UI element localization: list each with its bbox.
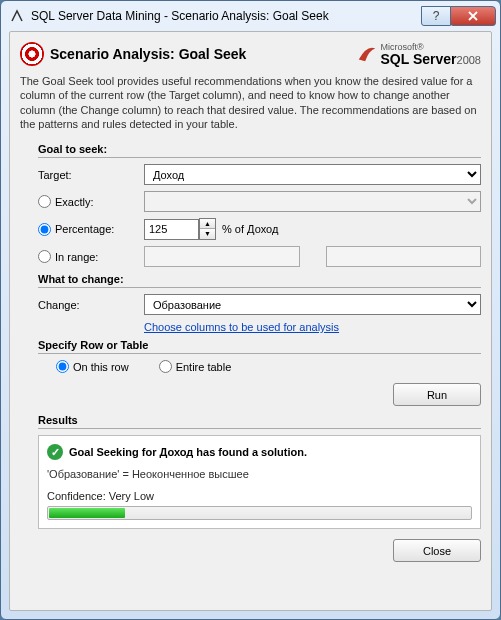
- dialog-content: Scenario Analysis: Goal Seek Microsoft® …: [9, 31, 492, 611]
- change-select[interactable]: Образование: [144, 294, 481, 315]
- change-section-label: What to change:: [38, 273, 481, 288]
- inrange-radio[interactable]: [38, 250, 51, 263]
- percentage-radio[interactable]: [38, 223, 51, 236]
- spinner-up[interactable]: ▲: [200, 219, 215, 229]
- change-label: Change:: [38, 299, 80, 311]
- success-icon: ✓: [47, 444, 63, 460]
- exactly-row: Exactly:: [38, 191, 481, 212]
- close-button[interactable]: Close: [393, 539, 481, 562]
- result-detail: 'Образование' = Неоконченное высшее: [47, 468, 472, 480]
- target-icon: [20, 42, 44, 66]
- page-title: Scenario Analysis: Goal Seek: [50, 46, 356, 62]
- percentage-label: Percentage:: [55, 223, 114, 235]
- results-section-label: Results: [38, 414, 481, 429]
- results-box: ✓ Goal Seeking for Доход has found a sol…: [38, 435, 481, 529]
- spinner-down[interactable]: ▼: [200, 229, 215, 239]
- percentage-row: Percentage: ▲ ▼ % of Доход: [38, 218, 481, 240]
- target-select[interactable]: Доход: [144, 164, 481, 185]
- result-header: ✓ Goal Seeking for Доход has found a sol…: [47, 444, 472, 460]
- confidence-fill: [49, 508, 125, 518]
- logo-text: Microsoft® SQL Server2008: [381, 43, 482, 66]
- run-row: Run: [20, 383, 481, 406]
- sql-server-logo: Microsoft® SQL Server2008: [356, 43, 482, 66]
- confidence-bar: [47, 506, 472, 520]
- range-from-input[interactable]: [144, 246, 300, 267]
- scope-section-label: Specify Row or Table: [38, 339, 481, 354]
- footer-row: Close: [20, 539, 481, 562]
- brand-year: 2008: [457, 54, 481, 66]
- entiretable-radio[interactable]: [159, 360, 172, 373]
- percentage-input[interactable]: [144, 219, 199, 240]
- percentage-suffix: % of Доход: [222, 223, 278, 235]
- target-label: Target:: [38, 169, 72, 181]
- inrange-row: In range:: [38, 246, 481, 267]
- exactly-label: Exactly:: [55, 196, 94, 208]
- goal-section-label: Goal to seek:: [38, 143, 481, 158]
- entiretable-label: Entire table: [176, 361, 232, 373]
- brand-main: SQL Server: [381, 51, 457, 67]
- window-buttons: ?: [422, 6, 496, 26]
- help-button[interactable]: ?: [421, 6, 451, 26]
- logo-icon: [356, 43, 378, 65]
- change-row: Change: Образование: [38, 294, 481, 315]
- confidence-label: Confidence: Very Low: [47, 490, 472, 502]
- window-title: SQL Server Data Mining - Scenario Analys…: [31, 9, 422, 23]
- result-summary: Goal Seeking for Доход has found a solut…: [69, 446, 307, 458]
- scope-row: On this row Entire table: [56, 360, 481, 373]
- choose-columns-link[interactable]: Choose columns to be used for analysis: [144, 321, 339, 333]
- run-button[interactable]: Run: [393, 383, 481, 406]
- thisrow-label: On this row: [73, 361, 129, 373]
- inrange-label: In range:: [55, 251, 98, 263]
- range-to-input[interactable]: [326, 246, 482, 267]
- dialog-window: SQL Server Data Mining - Scenario Analys…: [0, 0, 501, 620]
- target-row: Target: Доход: [38, 164, 481, 185]
- header-row: Scenario Analysis: Goal Seek Microsoft® …: [20, 42, 481, 66]
- thisrow-radio[interactable]: [56, 360, 69, 373]
- exactly-radio[interactable]: [38, 195, 51, 208]
- close-window-button[interactable]: [450, 6, 496, 26]
- percentage-spinner: ▲ ▼: [144, 218, 216, 240]
- description-text: The Goal Seek tool provides useful recom…: [20, 74, 481, 131]
- titlebar: SQL Server Data Mining - Scenario Analys…: [1, 1, 500, 31]
- columns-link-row: Choose columns to be used for analysis: [38, 321, 481, 333]
- exactly-select[interactable]: [144, 191, 481, 212]
- app-icon: [9, 8, 25, 24]
